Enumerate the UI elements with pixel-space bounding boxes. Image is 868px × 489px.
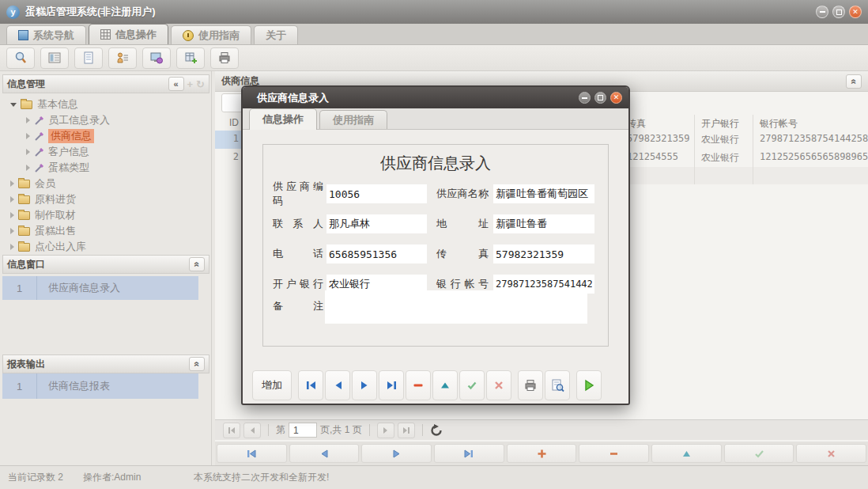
- nav-last-button[interactable]: [434, 444, 504, 463]
- info-window-panel-header: 信息窗口 «: [2, 255, 209, 274]
- remark-field[interactable]: [325, 290, 587, 324]
- page-next-button[interactable]: [377, 423, 394, 438]
- move-up-button[interactable]: [651, 444, 722, 463]
- tree-item-customer-info[interactable]: 客户信息: [2, 144, 209, 160]
- tab-info-operation[interactable]: 信息操作: [89, 24, 168, 44]
- page-number-input[interactable]: [289, 423, 317, 438]
- form-button[interactable]: [40, 47, 69, 69]
- caret-right-icon[interactable]: [10, 196, 14, 203]
- tab-about[interactable]: 关于: [254, 25, 298, 44]
- nav-prev-button[interactable]: [289, 444, 360, 463]
- nav-next-button[interactable]: [361, 444, 432, 463]
- refresh-icon[interactable]: ↻: [196, 78, 205, 90]
- dialog-minimize-button[interactable]: [579, 92, 591, 104]
- minimize-button[interactable]: [816, 6, 828, 18]
- printer-button[interactable]: [210, 47, 239, 69]
- page-prev-button[interactable]: [243, 423, 261, 438]
- column-header-bank[interactable]: 开户银行: [694, 115, 753, 131]
- caret-right-icon[interactable]: [26, 149, 30, 155]
- document-button[interactable]: [74, 47, 103, 69]
- caret-right-icon[interactable]: [10, 228, 14, 234]
- table-add-button[interactable]: [176, 47, 205, 69]
- dialog-titlebar[interactable]: 供应商信息录入 ✕: [243, 87, 628, 108]
- caret-right-icon[interactable]: [26, 117, 30, 123]
- column-header-id[interactable]: ID: [215, 115, 243, 131]
- first-page-icon: [227, 426, 236, 435]
- info-window-list-item[interactable]: 1 供应商信息录入: [2, 276, 198, 300]
- report-list-item[interactable]: 1 供商信息报表: [2, 373, 198, 399]
- run-report-button[interactable]: [576, 370, 602, 400]
- minimize-icon: [582, 97, 587, 99]
- collapse-panel-button[interactable]: «: [189, 357, 205, 371]
- maximize-icon: [836, 9, 842, 15]
- add-icon[interactable]: +: [187, 78, 194, 90]
- collapse-grid-button[interactable]: «: [846, 74, 862, 89]
- chevron-up-icon: «: [848, 78, 859, 84]
- tree-item-material-purchase[interactable]: 原料进货: [2, 191, 209, 207]
- fax-label: 传真: [436, 247, 489, 261]
- user-list-button[interactable]: [108, 47, 137, 69]
- caret-right-icon[interactable]: [10, 244, 14, 250]
- page-first-button[interactable]: [223, 423, 240, 438]
- add-record-button[interactable]: [507, 444, 577, 463]
- address-field[interactable]: [493, 214, 594, 233]
- dialog-maximize-button[interactable]: [594, 92, 606, 104]
- check-icon: [754, 449, 764, 459]
- dialog-tab-user-guide[interactable]: 使用指南: [319, 110, 387, 129]
- caret-right-icon[interactable]: [10, 180, 14, 187]
- confirm-button[interactable]: [724, 444, 794, 463]
- caret-right-icon[interactable]: [26, 133, 30, 139]
- tab-system-navigation[interactable]: 系统导航: [6, 25, 86, 44]
- tree-item-production-material[interactable]: 制作取材: [2, 207, 209, 223]
- collapse-sidebar-button[interactable]: «: [168, 77, 184, 91]
- next-record-button[interactable]: [352, 370, 377, 400]
- dialog-title: 供应商信息录入: [257, 91, 329, 105]
- search-button[interactable]: [6, 47, 35, 69]
- maximize-button[interactable]: [832, 6, 845, 18]
- tree-item-members[interactable]: 会员: [2, 176, 209, 191]
- page-label-suffix: 页,共 1 页: [320, 423, 362, 437]
- tree-item-supplier-info[interactable]: 供商信息: [2, 128, 209, 144]
- nav-first-button[interactable]: [217, 444, 287, 463]
- refresh-button[interactable]: [430, 424, 443, 437]
- column-header-fax[interactable]: 传真: [621, 115, 694, 131]
- list-item-label: 供商信息报表: [37, 373, 198, 399]
- supplier-code-field[interactable]: [326, 184, 427, 203]
- last-record-button[interactable]: [379, 370, 404, 400]
- prev-record-button[interactable]: [325, 370, 350, 400]
- tree-item-label: 点心出入库: [35, 240, 86, 254]
- phone-field[interactable]: [326, 244, 427, 263]
- remark-label: 备注: [273, 299, 323, 313]
- monitor-globe-button[interactable]: [142, 47, 171, 69]
- confirm-record-button[interactable]: [459, 370, 485, 400]
- print-button[interactable]: [518, 370, 543, 400]
- collapse-panel-button[interactable]: «: [189, 257, 205, 271]
- tab-user-guide[interactable]: 使用指南: [171, 25, 251, 44]
- dialog-close-button[interactable]: ✕: [610, 92, 622, 104]
- page-last-button[interactable]: [398, 423, 415, 438]
- add-button[interactable]: 增加: [252, 370, 292, 400]
- cell-account: 2798712358754144258: [753, 131, 868, 149]
- tree-item-basic-info[interactable]: 基本信息: [2, 97, 209, 112]
- remove-record-button[interactable]: [579, 444, 649, 463]
- cancel-button[interactable]: [796, 444, 866, 463]
- contact-field[interactable]: [326, 214, 427, 233]
- print-preview-button[interactable]: [545, 370, 570, 400]
- delete-record-button[interactable]: [406, 370, 431, 400]
- tree-item-cake-type[interactable]: 蛋糕类型: [2, 160, 209, 176]
- dialog-tab-info-operation[interactable]: 信息操作: [249, 108, 317, 130]
- fax-field[interactable]: [493, 244, 594, 263]
- page-label-prefix: 第: [276, 423, 285, 437]
- caret-down-icon[interactable]: [10, 103, 17, 107]
- tree-item-employee-info[interactable]: 员工信息录入: [2, 112, 209, 128]
- first-record-button[interactable]: [298, 370, 323, 400]
- tree-item-pastry-inventory[interactable]: 点心出入库: [2, 239, 209, 255]
- tree-item-cake-sales[interactable]: 蛋糕出售: [2, 223, 209, 239]
- close-button[interactable]: ✕: [849, 6, 862, 18]
- cancel-record-button[interactable]: [486, 370, 511, 400]
- caret-right-icon[interactable]: [26, 165, 30, 171]
- move-up-record-button[interactable]: [432, 370, 458, 400]
- column-header-account[interactable]: 银行帐号: [753, 115, 868, 131]
- caret-right-icon[interactable]: [10, 212, 14, 218]
- supplier-name-field[interactable]: [493, 184, 594, 203]
